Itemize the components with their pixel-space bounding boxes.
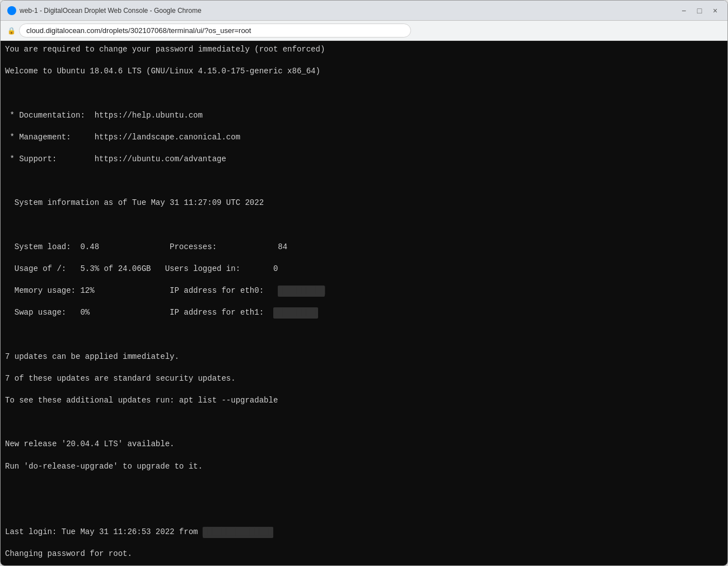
terminal-line-11: Usage of /: 5.3% of 24.06GB Users logged… (5, 264, 723, 275)
terminal-line-7 (5, 176, 723, 187)
terminal-line-6: * Support: https://ubuntu.com/advantage (5, 154, 723, 165)
terminal-line-17: To see these additional updates run: apt… (5, 395, 723, 406)
title-bar: web-1 - DigitalOcean Droplet Web Console… (1, 1, 727, 21)
terminal-line-12: Memory usage: 12% IP address for eth0: █… (5, 286, 723, 297)
terminal-line-15: 7 updates can be applied immediately. (5, 352, 723, 363)
terminal-line-22 (5, 505, 723, 516)
terminal-line-23: Last login: Tue May 31 11:26:53 2022 fro… (5, 527, 723, 538)
terminal-output[interactable]: You are required to change your password… (1, 41, 727, 565)
terminal-line-14 (5, 329, 723, 340)
terminal-line-9 (5, 220, 723, 231)
browser-favicon (7, 6, 16, 15)
terminal-line-16: 7 of these updates are standard security… (5, 373, 723, 385)
window-controls: − □ × (678, 5, 721, 16)
terminal-line-19: New release '20.04.4 LTS' available. (5, 439, 723, 450)
terminal-line-4: * Documentation: https://help.ubuntu.com (5, 110, 723, 121)
terminal-line-20: Run 'do-release-upgrade' to upgrade to i… (5, 461, 723, 473)
terminal-line-10: System load: 0.48 Processes: 84 (5, 242, 723, 253)
terminal-line-5: * Management: https://landscape.canonica… (5, 132, 723, 143)
terminal-line-24: Changing password for root. (5, 549, 723, 560)
terminal-line-21 (5, 483, 723, 494)
ip-eth0-redacted: ██████████ (278, 286, 325, 297)
terminal-line-18 (5, 417, 723, 428)
terminal-line-1: You are required to change your password… (5, 44, 723, 55)
lock-icon: 🔒 (7, 27, 16, 35)
terminal-line-8: System information as of Tue May 31 11:2… (5, 198, 723, 209)
ip-eth1-redacted: █████████ (273, 307, 318, 319)
terminal-line-3 (5, 88, 723, 99)
terminal-line-2: Welcome to Ubuntu 18.04.6 LTS (GNU/Linux… (5, 66, 723, 77)
browser-title: web-1 - DigitalOcean Droplet Web Console… (20, 7, 678, 15)
last-login-ip-redacted: ███████████████ (203, 527, 273, 538)
close-button[interactable]: × (710, 5, 721, 16)
url-bar[interactable]: cloud.digitalocean.com/droplets/30210706… (19, 24, 411, 38)
maximize-button[interactable]: □ (694, 5, 705, 16)
browser-window: web-1 - DigitalOcean Droplet Web Console… (0, 0, 728, 566)
minimize-button[interactable]: − (678, 5, 689, 16)
terminal-line-13: Swap usage: 0% IP address for eth1: ████… (5, 307, 723, 319)
address-bar: 🔒 cloud.digitalocean.com/droplets/302107… (1, 21, 727, 41)
